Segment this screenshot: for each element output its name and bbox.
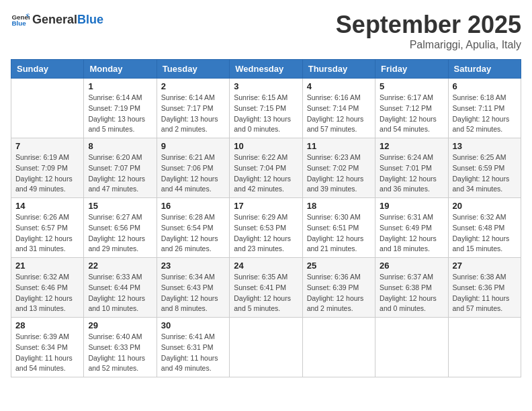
page-header: General Blue GeneralBlue September 2025 … [11, 11, 521, 51]
day-info: Sunrise: 6:21 AM Sunset: 7:06 PM Dayligh… [161, 152, 225, 195]
day-info: Sunrise: 6:29 AM Sunset: 6:53 PM Dayligh… [234, 212, 298, 255]
calendar-cell: 28Sunrise: 6:39 AM Sunset: 6:34 PM Dayli… [11, 318, 84, 377]
day-number: 23 [161, 261, 225, 271]
calendar-cell: 16Sunrise: 6:28 AM Sunset: 6:54 PM Dayli… [157, 198, 229, 258]
day-info: Sunrise: 6:26 AM Sunset: 6:57 PM Dayligh… [15, 212, 79, 255]
day-number: 16 [161, 201, 225, 211]
day-info: Sunrise: 6:22 AM Sunset: 7:04 PM Dayligh… [234, 152, 298, 195]
day-number: 26 [380, 261, 443, 271]
day-number: 18 [307, 201, 371, 211]
calendar-cell: 17Sunrise: 6:29 AM Sunset: 6:53 PM Dayli… [230, 198, 302, 258]
calendar-cell: 6Sunrise: 6:18 AM Sunset: 7:11 PM Daylig… [448, 79, 521, 138]
calendar-cell: 24Sunrise: 6:35 AM Sunset: 6:41 PM Dayli… [230, 258, 302, 318]
svg-text:Blue: Blue [11, 19, 26, 27]
calendar-cell [302, 318, 375, 377]
calendar-cell: 13Sunrise: 6:25 AM Sunset: 6:59 PM Dayli… [448, 138, 521, 198]
day-number: 27 [453, 261, 517, 271]
day-info: Sunrise: 6:27 AM Sunset: 6:56 PM Dayligh… [88, 212, 152, 255]
calendar-cell: 15Sunrise: 6:27 AM Sunset: 6:56 PM Dayli… [84, 198, 157, 258]
day-header-sunday: Sunday [11, 60, 84, 79]
calendar-cell: 19Sunrise: 6:31 AM Sunset: 6:49 PM Dayli… [375, 198, 448, 258]
day-number: 13 [453, 141, 517, 151]
day-info: Sunrise: 6:25 AM Sunset: 6:59 PM Dayligh… [453, 152, 517, 195]
calendar-cell: 18Sunrise: 6:30 AM Sunset: 6:51 PM Dayli… [302, 198, 375, 258]
day-info: Sunrise: 6:28 AM Sunset: 6:54 PM Dayligh… [161, 212, 225, 255]
calendar-cell: 1Sunrise: 6:14 AM Sunset: 7:19 PM Daylig… [84, 79, 157, 138]
day-number: 25 [307, 261, 371, 271]
day-number: 1 [88, 81, 152, 91]
day-info: Sunrise: 6:32 AM Sunset: 6:46 PM Dayligh… [15, 272, 79, 314]
title-block: September 2025 Palmariggi, Apulia, Italy [336, 11, 521, 51]
calendar-cell: 12Sunrise: 6:24 AM Sunset: 7:01 PM Dayli… [375, 138, 448, 198]
calendar-cell: 29Sunrise: 6:40 AM Sunset: 6:33 PM Dayli… [84, 318, 157, 377]
day-header-tuesday: Tuesday [157, 60, 229, 79]
logo-blue: Blue [77, 13, 103, 26]
day-number: 21 [15, 261, 79, 271]
day-number: 14 [15, 201, 79, 211]
calendar-week-5: 28Sunrise: 6:39 AM Sunset: 6:34 PM Dayli… [11, 318, 521, 377]
calendar-cell [375, 318, 448, 377]
calendar-cell: 7Sunrise: 6:19 AM Sunset: 7:09 PM Daylig… [11, 138, 84, 198]
day-number: 6 [453, 81, 517, 91]
day-header-monday: Monday [84, 60, 157, 79]
day-header-thursday: Thursday [302, 60, 375, 79]
calendar-week-2: 7Sunrise: 6:19 AM Sunset: 7:09 PM Daylig… [11, 138, 521, 198]
calendar-cell [448, 318, 521, 377]
day-number: 20 [453, 201, 517, 211]
day-info: Sunrise: 6:38 AM Sunset: 6:36 PM Dayligh… [453, 272, 517, 314]
day-info: Sunrise: 6:37 AM Sunset: 6:38 PM Dayligh… [380, 272, 443, 314]
day-number: 15 [88, 201, 152, 211]
day-number: 29 [88, 320, 152, 330]
calendar-week-4: 21Sunrise: 6:32 AM Sunset: 6:46 PM Dayli… [11, 258, 521, 318]
calendar-cell [230, 318, 302, 377]
day-info: Sunrise: 6:30 AM Sunset: 6:51 PM Dayligh… [307, 212, 371, 255]
calendar-cell: 25Sunrise: 6:36 AM Sunset: 6:39 PM Dayli… [302, 258, 375, 318]
calendar-cell: 26Sunrise: 6:37 AM Sunset: 6:38 PM Dayli… [375, 258, 448, 318]
day-info: Sunrise: 6:20 AM Sunset: 7:07 PM Dayligh… [88, 152, 152, 195]
day-number: 17 [234, 201, 298, 211]
day-info: Sunrise: 6:18 AM Sunset: 7:11 PM Dayligh… [453, 93, 517, 135]
calendar-cell: 9Sunrise: 6:21 AM Sunset: 7:06 PM Daylig… [157, 138, 229, 198]
day-number: 2 [161, 81, 225, 91]
day-info: Sunrise: 6:17 AM Sunset: 7:12 PM Dayligh… [380, 93, 443, 135]
day-number: 19 [380, 201, 443, 211]
day-number: 24 [234, 261, 298, 271]
calendar-cell: 4Sunrise: 6:16 AM Sunset: 7:14 PM Daylig… [302, 79, 375, 138]
calendar: SundayMondayTuesdayWednesdayThursdayFrid… [11, 59, 521, 377]
day-info: Sunrise: 6:23 AM Sunset: 7:02 PM Dayligh… [307, 152, 371, 195]
logo-general: General [32, 13, 77, 26]
calendar-cell: 20Sunrise: 6:32 AM Sunset: 6:48 PM Dayli… [448, 198, 521, 258]
day-info: Sunrise: 6:34 AM Sunset: 6:43 PM Dayligh… [161, 272, 225, 314]
day-number: 8 [88, 141, 152, 151]
day-number: 9 [161, 141, 225, 151]
day-info: Sunrise: 6:40 AM Sunset: 6:33 PM Dayligh… [88, 332, 152, 374]
day-info: Sunrise: 6:16 AM Sunset: 7:14 PM Dayligh… [307, 93, 371, 135]
day-info: Sunrise: 6:35 AM Sunset: 6:41 PM Dayligh… [234, 272, 298, 314]
day-number: 7 [15, 141, 79, 151]
calendar-cell: 3Sunrise: 6:15 AM Sunset: 7:15 PM Daylig… [230, 79, 302, 138]
calendar-week-3: 14Sunrise: 6:26 AM Sunset: 6:57 PM Dayli… [11, 198, 521, 258]
logo-icon: General Blue [11, 11, 30, 30]
day-number: 22 [88, 261, 152, 271]
day-info: Sunrise: 6:39 AM Sunset: 6:34 PM Dayligh… [15, 332, 79, 374]
calendar-cell: 30Sunrise: 6:41 AM Sunset: 6:31 PM Dayli… [157, 318, 229, 377]
calendar-cell: 21Sunrise: 6:32 AM Sunset: 6:46 PM Dayli… [11, 258, 84, 318]
day-header-saturday: Saturday [448, 60, 521, 79]
calendar-cell: 2Sunrise: 6:14 AM Sunset: 7:17 PM Daylig… [157, 79, 229, 138]
day-number: 30 [161, 320, 225, 330]
calendar-cell: 8Sunrise: 6:20 AM Sunset: 7:07 PM Daylig… [84, 138, 157, 198]
day-header-wednesday: Wednesday [230, 60, 302, 79]
day-number: 12 [380, 141, 443, 151]
day-info: Sunrise: 6:31 AM Sunset: 6:49 PM Dayligh… [380, 212, 443, 255]
calendar-cell: 27Sunrise: 6:38 AM Sunset: 6:36 PM Dayli… [448, 258, 521, 318]
calendar-cell: 22Sunrise: 6:33 AM Sunset: 6:44 PM Dayli… [84, 258, 157, 318]
day-info: Sunrise: 6:15 AM Sunset: 7:15 PM Dayligh… [234, 93, 298, 135]
logo: General Blue GeneralBlue [11, 11, 103, 30]
day-number: 4 [307, 81, 371, 91]
day-info: Sunrise: 6:32 AM Sunset: 6:48 PM Dayligh… [453, 212, 517, 255]
calendar-cell: 23Sunrise: 6:34 AM Sunset: 6:43 PM Dayli… [157, 258, 229, 318]
day-info: Sunrise: 6:14 AM Sunset: 7:19 PM Dayligh… [88, 93, 152, 135]
day-info: Sunrise: 6:19 AM Sunset: 7:09 PM Dayligh… [15, 152, 79, 195]
calendar-cell: 5Sunrise: 6:17 AM Sunset: 7:12 PM Daylig… [375, 79, 448, 138]
calendar-header-row: SundayMondayTuesdayWednesdayThursdayFrid… [11, 60, 521, 79]
